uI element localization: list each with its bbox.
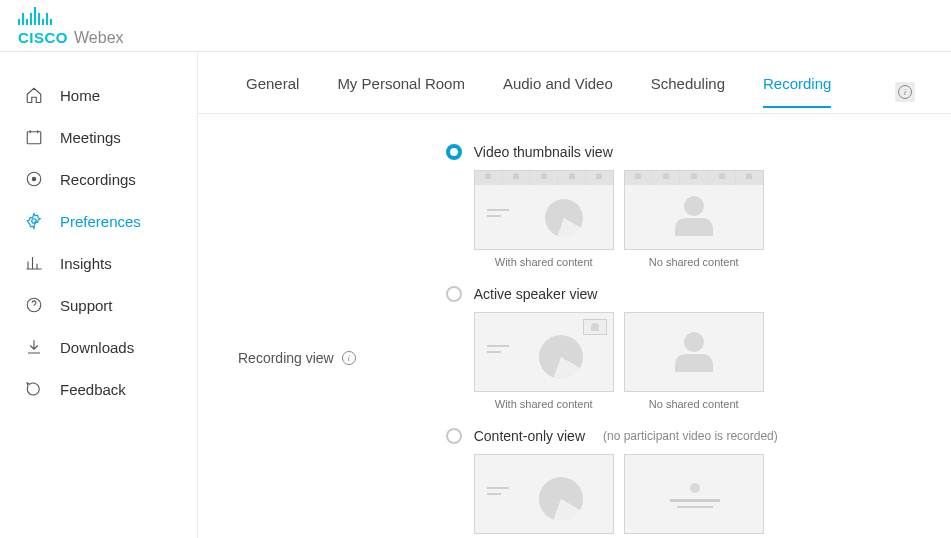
bar-chart-icon xyxy=(24,253,44,273)
radio-active-speaker[interactable] xyxy=(446,286,462,302)
option-active-speaker: Active speaker view With shared content xyxy=(446,286,931,410)
thumb-preview-with-content xyxy=(474,454,614,534)
info-button[interactable]: i xyxy=(895,82,915,102)
sidebar-item-label: Feedback xyxy=(60,381,126,398)
sidebar: Home Meetings Recordings Preferences Ins… xyxy=(0,52,198,538)
main-content: General My Personal Room Audio and Video… xyxy=(198,52,951,538)
thumb-preview-no-content xyxy=(624,454,764,534)
info-icon[interactable]: i xyxy=(342,351,356,365)
thumb-preview-with-content xyxy=(474,170,614,250)
svg-rect-0 xyxy=(27,132,41,144)
sidebar-item-label: Support xyxy=(60,297,113,314)
sidebar-item-support[interactable]: Support xyxy=(0,284,197,326)
section-label: Recording view i xyxy=(238,144,356,538)
sidebar-item-label: Insights xyxy=(60,255,112,272)
record-icon xyxy=(24,169,44,189)
tab-audio-video[interactable]: Audio and Video xyxy=(503,75,613,108)
thumb-caption: No shared content xyxy=(624,256,764,268)
tabs-bar: General My Personal Room Audio and Video… xyxy=(198,52,951,114)
thumb-preview-no-content xyxy=(624,170,764,250)
tab-general[interactable]: General xyxy=(246,75,299,108)
download-icon xyxy=(24,337,44,357)
gear-icon xyxy=(24,211,44,231)
chat-icon xyxy=(24,379,44,399)
radio-content-only[interactable] xyxy=(446,428,462,444)
calendar-icon xyxy=(24,127,44,147)
logo-webex-text: Webex xyxy=(74,29,124,47)
option-title: Content-only view xyxy=(474,428,585,444)
radio-video-thumbnails[interactable] xyxy=(446,144,462,160)
option-title: Active speaker view xyxy=(474,286,598,302)
sidebar-item-label: Preferences xyxy=(60,213,141,230)
thumb-caption: No shared content xyxy=(624,398,764,410)
sidebar-item-meetings[interactable]: Meetings xyxy=(0,116,197,158)
app-header: CISCO Webex xyxy=(0,0,951,52)
thumb-preview-no-content xyxy=(624,312,764,392)
tab-scheduling[interactable]: Scheduling xyxy=(651,75,725,108)
info-icon: i xyxy=(898,85,912,99)
thumb-caption: With shared content xyxy=(474,256,614,268)
sidebar-item-insights[interactable]: Insights xyxy=(0,242,197,284)
sidebar-item-label: Home xyxy=(60,87,100,104)
sidebar-item-recordings[interactable]: Recordings xyxy=(0,158,197,200)
help-icon xyxy=(24,295,44,315)
sidebar-item-preferences[interactable]: Preferences xyxy=(0,200,197,242)
sidebar-item-feedback[interactable]: Feedback xyxy=(0,368,197,410)
logo-cisco-text: CISCO xyxy=(18,29,68,46)
tab-recording[interactable]: Recording xyxy=(763,75,831,108)
option-content-only: Content-only view (no participant video … xyxy=(446,428,931,538)
thumb-caption: With shared content xyxy=(474,398,614,410)
thumb-preview-with-content xyxy=(474,312,614,392)
option-video-thumbnails: Video thumbnails view With shared conten… xyxy=(446,144,931,268)
cisco-webex-logo: CISCO Webex xyxy=(18,5,124,47)
sidebar-item-label: Downloads xyxy=(60,339,134,356)
svg-point-2 xyxy=(32,177,37,182)
sidebar-item-home[interactable]: Home xyxy=(0,74,197,116)
section-label-text: Recording view xyxy=(238,350,334,366)
home-icon xyxy=(24,85,44,105)
sidebar-item-downloads[interactable]: Downloads xyxy=(0,326,197,368)
option-subtext: (no participant video is recorded) xyxy=(603,429,778,443)
cisco-bars-icon xyxy=(18,5,52,25)
sidebar-item-label: Recordings xyxy=(60,171,136,188)
tab-personal-room[interactable]: My Personal Room xyxy=(337,75,465,108)
option-title: Video thumbnails view xyxy=(474,144,613,160)
sidebar-item-label: Meetings xyxy=(60,129,121,146)
